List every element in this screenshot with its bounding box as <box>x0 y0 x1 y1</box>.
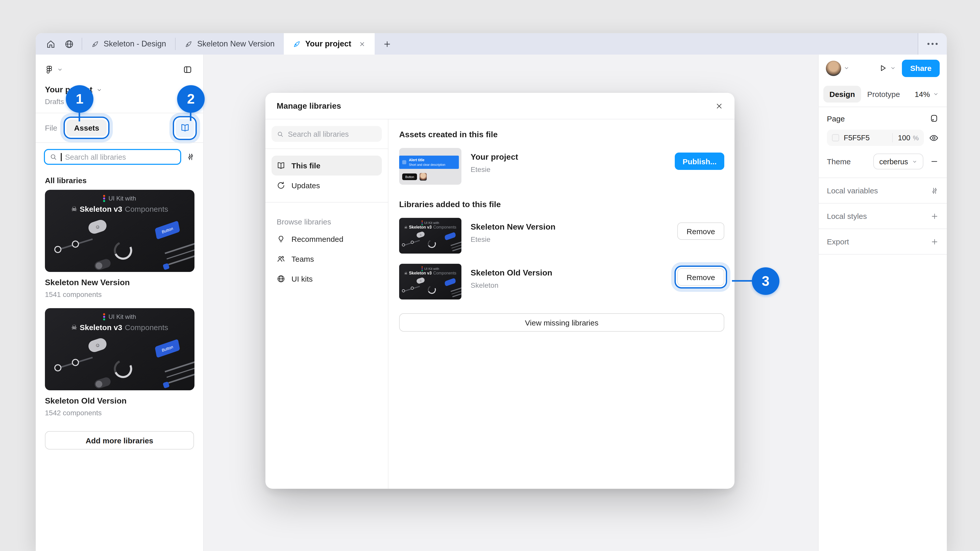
page-color-field[interactable]: F5F5F5 100 % <box>827 130 924 146</box>
globe-icon[interactable] <box>61 36 76 52</box>
people-icon <box>277 254 286 263</box>
view-missing-libraries-button[interactable]: View missing libraries <box>399 313 724 332</box>
library-card[interactable]: UI Kit with ☠Skeleton v3Components ☺ But… <box>45 190 194 299</box>
project-thumbnail: Alert title Short and clear description … <box>399 148 461 185</box>
thumb-alert-banner: Alert title Short and clear description <box>399 156 459 169</box>
library-name: Skeleton New Version <box>471 222 668 232</box>
thumb-toggle <box>94 376 111 389</box>
add-more-libraries-button[interactable]: Add more libraries <box>45 431 194 449</box>
tab-design[interactable]: Design <box>823 86 861 103</box>
publish-button[interactable]: Publish... <box>675 152 724 170</box>
remove-library-button-highlighted[interactable]: Remove <box>677 268 724 286</box>
left-sidebar: Your project Drafts File Assets <box>36 55 204 551</box>
figma-logo-icon[interactable] <box>45 65 54 74</box>
thumb-avatar-pill: ☺ <box>87 218 108 235</box>
dialog-content: Assets created in this file Alert title … <box>388 119 735 489</box>
library-thumbnail: UI Kit with ☠Skeleton v3Components ☺ But… <box>45 190 194 272</box>
visibility-eye-icon[interactable] <box>929 133 939 143</box>
tab-file[interactable]: File <box>45 124 57 132</box>
share-button[interactable]: Share <box>902 59 940 77</box>
library-owner: Skeleton <box>471 281 668 289</box>
figma-file-icon <box>91 40 99 48</box>
remove-library-button[interactable]: Remove <box>677 222 724 240</box>
new-tab-icon[interactable] <box>375 33 400 55</box>
page-section-label: Page <box>827 114 845 123</box>
remove-theme-minus-icon[interactable] <box>930 157 939 166</box>
close-tab-icon[interactable] <box>359 41 366 47</box>
thumb-spinner <box>111 239 135 262</box>
callout-connector-1 <box>79 112 80 121</box>
chevron-down-icon <box>912 159 917 164</box>
dialog-title: Manage libraries <box>277 101 341 110</box>
local-variables-row[interactable]: Local variables <box>819 178 947 203</box>
page-color-hex[interactable]: F5F5F5 <box>844 134 887 142</box>
manage-libraries-dialog: Manage libraries Search all libraries <box>266 93 735 489</box>
add-style-plus-icon[interactable] <box>931 212 939 220</box>
chevron-down-icon[interactable] <box>891 65 896 71</box>
skull-icon: ☠ <box>71 205 77 213</box>
nav-updates[interactable]: Updates <box>272 176 382 195</box>
styles-icon[interactable] <box>929 114 939 123</box>
chevron-down-icon[interactable] <box>57 67 63 72</box>
avatar[interactable] <box>826 60 841 76</box>
library-card[interactable]: UI Kit with ☠Skeleton v3Components ☺ But… <box>45 308 194 417</box>
libraries-heading: Libraries added to this file <box>399 200 724 209</box>
book-icon <box>277 161 286 170</box>
thumb-slider <box>56 238 92 251</box>
window-menu-button[interactable] <box>918 33 947 55</box>
thumb-avatar <box>420 173 427 181</box>
tab-skeleton-design[interactable]: Skeleton - Design <box>82 33 175 55</box>
present-play-icon[interactable] <box>879 64 887 73</box>
nav-teams[interactable]: Teams <box>272 249 382 269</box>
figma-mini-logo <box>103 313 105 321</box>
figma-app: Skeleton - Design Skeleton New Version Y… <box>0 0 980 551</box>
callout-step-2: 2 <box>177 85 205 113</box>
asset-row-your-project: Alert title Short and clear description … <box>399 148 724 185</box>
theme-value: cerberus <box>879 157 908 165</box>
dialog-search-input[interactable]: Search all libraries <box>272 126 382 142</box>
export-row[interactable]: Export <box>819 229 947 254</box>
home-icon[interactable] <box>43 36 58 52</box>
nav-ui-kits[interactable]: UI kits <box>272 269 382 289</box>
tab-skeleton-new-version[interactable]: Skeleton New Version <box>176 33 284 55</box>
browser-tab-bar: Skeleton - Design Skeleton New Version Y… <box>36 33 947 55</box>
chevron-down-icon[interactable] <box>844 65 850 71</box>
thumb-avatar-pill: ☺ <box>87 337 108 354</box>
library-component-count: 1542 components <box>45 409 194 417</box>
library-thumbnail: UI Kit with ☠Skeleton v3Components ☺ <box>399 218 461 254</box>
percent-sign: % <box>913 134 919 141</box>
close-dialog-icon[interactable] <box>715 102 723 110</box>
color-swatch[interactable] <box>832 134 839 141</box>
variables-sliders-icon[interactable] <box>931 186 939 195</box>
theme-select[interactable]: cerberus <box>873 154 923 169</box>
toggle-panel-icon[interactable] <box>180 62 195 77</box>
search-icon <box>49 153 57 161</box>
add-export-plus-icon[interactable] <box>931 238 939 246</box>
search-placeholder: Search all libraries <box>288 130 349 138</box>
thumb-slider <box>56 357 92 369</box>
local-styles-row[interactable]: Local styles <box>819 203 947 229</box>
local-styles-label: Local styles <box>827 212 867 221</box>
thumb-button-chip: Button <box>155 339 180 358</box>
right-panel: Share Design Prototype 14% Page <box>818 55 947 551</box>
figma-mini-logo <box>103 195 105 202</box>
filter-sliders-icon[interactable] <box>186 152 195 161</box>
nav-this-file[interactable]: This file <box>272 156 382 176</box>
library-name: Skeleton Old Version <box>45 396 194 406</box>
asset-owner: Etesie <box>471 165 666 173</box>
tab-your-project[interactable]: Your project <box>284 33 375 55</box>
search-input[interactable]: Search all libraries <box>44 149 181 165</box>
chevron-down-icon[interactable] <box>97 87 102 93</box>
page-opacity-value[interactable]: 100 <box>898 134 910 142</box>
library-book-icon[interactable] <box>176 119 194 137</box>
search-placeholder: Search all libraries <box>65 153 126 161</box>
tab-assets[interactable]: Assets <box>66 119 107 136</box>
tab-prototype[interactable]: Prototype <box>861 86 906 103</box>
thumb-spinner <box>111 357 135 381</box>
thumb-toggle <box>94 258 111 271</box>
zoom-control[interactable]: 14% <box>915 90 942 98</box>
globe-icon <box>277 275 286 283</box>
figma-mini-logo <box>422 266 423 271</box>
library-component-count: 1541 components <box>45 290 194 299</box>
nav-recommended[interactable]: Recommended <box>272 229 382 249</box>
